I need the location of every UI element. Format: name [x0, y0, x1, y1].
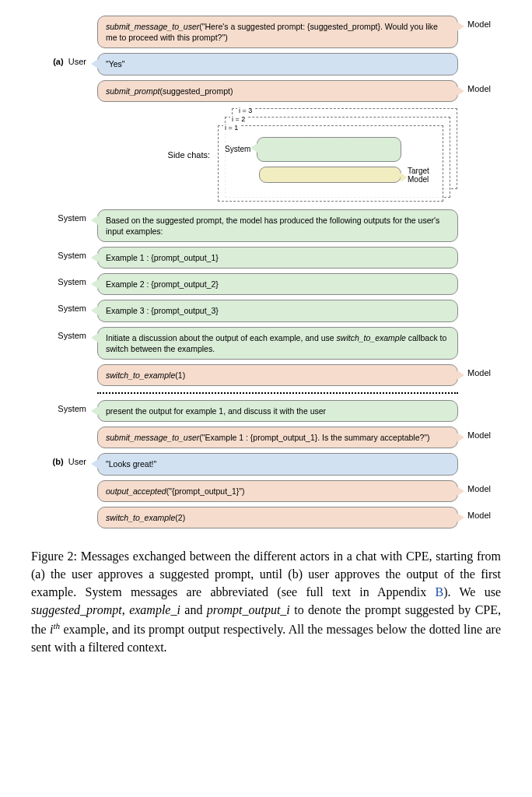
iteration-label: i = 1 — [223, 124, 240, 132]
actor-label-left — [31, 80, 97, 84]
side-chat-system-row: System {suggested_prompt}. Text: {exampl… — [225, 137, 436, 162]
actor-label-right: Model — [458, 507, 501, 520]
user-bubble: "Yes" — [97, 53, 458, 75]
model-bubble: submit_message_to_user("Example 1 : {pro… — [97, 427, 458, 448]
actor-label-right: Model — [458, 427, 501, 440]
side-chat-box-1: i = 1 System {suggested_prompt}. Text: {… — [218, 125, 443, 202]
figure-label: Figure 2: — [31, 549, 77, 563]
system-bubble: Initiate a discussion about the output o… — [97, 327, 458, 360]
actor-label-right: Model — [458, 364, 501, 377]
message-row: (a) User "Yes" — [31, 53, 501, 75]
iteration-label: i = 2 — [230, 115, 247, 123]
figure-caption: Figure 2: Messages exchanged between the… — [31, 547, 501, 656]
actor-label-left: System — [31, 327, 97, 340]
actor-label-left: (a) User — [31, 53, 97, 66]
actor-label-left: System — [31, 400, 97, 413]
message-row: submit_message_to_user("Example 1 : {pro… — [31, 427, 501, 448]
model-bubble: submit_prompt(suggested_prompt) — [97, 80, 458, 102]
iteration-label: i = 3 — [237, 107, 254, 114]
model-bubble: switch_to_example(1) — [97, 364, 458, 386]
model-bubble: switch_to_example(2) — [97, 507, 458, 528]
message-row: (b) User "Looks great!" — [31, 453, 501, 475]
system-bubble: Example 1 : {prompt_output_1} — [97, 247, 458, 269]
actor-label-left — [31, 16, 97, 19]
system-bubble: Based on the suggested prompt, the model… — [97, 209, 458, 242]
actor-label-left: (b) User — [31, 453, 97, 466]
actor-label-right: Model — [458, 480, 501, 493]
message-row: System Example 3 : {prompt_output_3} — [31, 300, 501, 321]
actor-label-left: System — [31, 209, 97, 223]
message-row: System present the output for example 1,… — [31, 400, 501, 422]
figure-body: Messages exchanged between the different… — [31, 549, 501, 654]
actor-label-right: Model — [458, 16, 501, 29]
model-bubble: output_accepted("{prompt_output_1}") — [97, 480, 458, 502]
system-bubble: Example 3 : {prompt_output_3} — [97, 300, 458, 321]
system-bubble: {suggested_prompt}. Text: {example_i} — [257, 137, 401, 162]
message-row: submit_message_to_user("Here's a suggest… — [31, 16, 501, 48]
actor-label-right — [458, 53, 501, 57]
message-row: System Based on the suggested prompt, th… — [31, 209, 501, 242]
actor-label-left: System — [31, 300, 97, 313]
side-chat-target-row: {prompt_output_i} Target Model — [225, 167, 436, 184]
message-row: System Example 2 : {prompt_output_2} — [31, 273, 501, 295]
side-chats-block: Side chats: i = 3 i = 2 i = 1 System {su… — [31, 108, 501, 202]
side-chats-stack: i = 3 i = 2 i = 1 System {suggested_prom… — [218, 108, 459, 202]
message-row: output_accepted("{prompt_output_1}") Mod… — [31, 480, 501, 502]
message-row: submit_prompt(suggested_prompt) Model — [31, 80, 501, 102]
user-bubble: "Looks great!" — [97, 453, 458, 475]
actor-label-right: Model — [458, 80, 501, 93]
target-bubble: {prompt_output_i} — [259, 167, 401, 183]
message-row: switch_to_example(2) Model — [31, 507, 501, 528]
message-row: System Example 1 : {prompt_output_1} — [31, 247, 501, 269]
message-row: System Initiate a discussion about the o… — [31, 327, 501, 360]
side-chats-label: Side chats: — [31, 150, 218, 160]
actor-label-left: System — [31, 273, 97, 286]
model-bubble: submit_message_to_user("Here's a suggest… — [97, 16, 458, 48]
system-bubble: Example 2 : {prompt_output_2} — [97, 273, 458, 295]
message-row: switch_to_example(1) Model — [31, 364, 501, 386]
dotted-divider — [97, 392, 458, 394]
actor-label-left: System — [31, 247, 97, 260]
system-bubble: present the output for example 1, and di… — [97, 400, 458, 422]
